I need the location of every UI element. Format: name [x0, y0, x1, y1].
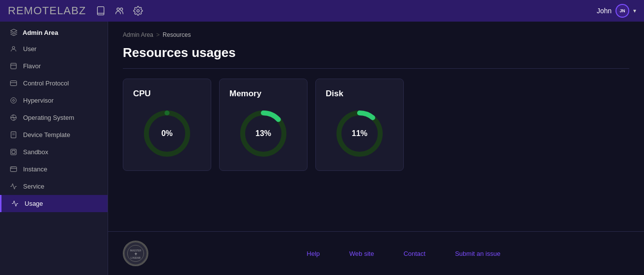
footer-link-contact[interactable]: Contact — [403, 250, 425, 257]
svg-text:⚜: ⚜ — [134, 251, 138, 256]
breadcrumb-separator: > — [156, 31, 160, 38]
footer-logo: INVESTER ⚜ L'AVENIR — [123, 241, 148, 266]
memory-label: Memory — [229, 89, 261, 99]
hypervisor-icon — [10, 97, 17, 104]
user-menu[interactable]: John JN ▾ — [597, 4, 636, 18]
sidebar-item-device-template[interactable]: Device Template — [0, 126, 108, 143]
os-icon — [10, 114, 17, 121]
brand-suffix: LABZ — [57, 4, 86, 17]
svg-rect-8 — [11, 63, 16, 69]
memory-value: 13% — [255, 129, 271, 138]
flavor-icon — [10, 62, 17, 70]
sidebar-item-operating-system[interactable]: Operating System — [0, 109, 108, 126]
footer: INVESTER ⚜ L'AVENIR Help Web site Contac… — [108, 231, 644, 275]
content-area: Admin Area > Resources Resources usages … — [108, 22, 644, 275]
footer-link-help[interactable]: Help — [307, 250, 320, 257]
svg-point-4 — [137, 10, 140, 12]
cpu-value: 0% — [161, 129, 172, 138]
brand-name: REMOTE — [8, 4, 57, 17]
breadcrumb-current: Resources — [163, 31, 191, 38]
breadcrumb: Admin Area > Resources — [123, 31, 629, 38]
footer-links: Help Web site Contact Submit an issue — [178, 250, 629, 257]
sidebar-item-hypervisor[interactable]: Hypervisor — [0, 92, 108, 109]
sidebar-item-control-protocol[interactable]: Control Protocol — [0, 75, 108, 92]
settings-icon[interactable] — [133, 6, 143, 16]
sidebar-item-service[interactable]: Service — [0, 178, 108, 195]
svg-rect-19 — [11, 149, 16, 155]
disk-label: Disk — [326, 89, 343, 99]
footer-link-submit-issue[interactable]: Submit an issue — [455, 250, 501, 257]
control-protocol-icon — [10, 80, 17, 87]
svg-point-3 — [120, 8, 123, 10]
svg-point-2 — [117, 8, 119, 10]
svg-point-13 — [13, 100, 15, 102]
footer-link-website[interactable]: Web site — [349, 250, 374, 257]
svg-text:L'AVENIR: L'AVENIR — [131, 257, 141, 259]
svg-rect-10 — [10, 81, 17, 86]
svg-point-12 — [11, 98, 16, 103]
breadcrumb-parent: Admin Area — [123, 31, 153, 38]
sidebar-item-flavor[interactable]: Flavor — [0, 57, 108, 75]
svg-point-7 — [12, 47, 15, 49]
sidebar-item-instance[interactable]: Instance — [0, 161, 108, 178]
svg-rect-0 — [97, 7, 104, 15]
cpu-donut: 0% — [140, 107, 194, 161]
users-icon[interactable] — [114, 6, 124, 16]
disk-card: Disk 11% — [315, 79, 404, 171]
admin-icon — [10, 28, 18, 36]
service-icon — [10, 183, 17, 190]
user-name: John — [597, 7, 612, 15]
tablet-icon[interactable] — [96, 6, 106, 16]
svg-rect-20 — [12, 150, 15, 153]
navbar-icons — [96, 6, 143, 16]
cpu-label: CPU — [133, 89, 151, 99]
disk-donut: 11% — [333, 107, 387, 161]
sidebar-item-user[interactable]: User — [0, 40, 108, 57]
svg-rect-21 — [10, 167, 17, 172]
chevron-down-icon: ▾ — [633, 7, 636, 14]
memory-card: Memory 13% — [219, 79, 308, 171]
resource-cards: CPU 0% Memory — [123, 79, 629, 171]
svg-text:JN: JN — [620, 8, 625, 13]
device-template-icon — [10, 131, 17, 138]
page-title: Resources usages — [123, 45, 629, 69]
sandbox-icon — [10, 148, 17, 156]
disk-value: 11% — [352, 129, 367, 138]
sidebar: Admin Area User Flavor Control Protocol … — [0, 22, 108, 275]
avatar: JN — [616, 4, 629, 18]
memory-donut: 13% — [236, 107, 290, 161]
brand-logo: REMOTELABZ — [8, 4, 86, 17]
cpu-card: CPU 0% — [123, 79, 211, 171]
sidebar-item-usage[interactable]: Usage — [0, 195, 108, 212]
instance-icon — [10, 165, 17, 173]
usage-icon — [11, 200, 19, 207]
user-icon — [10, 45, 17, 53]
navbar: REMOTELABZ John JN ▾ — [0, 0, 644, 22]
sidebar-section-title: Admin Area — [0, 22, 108, 40]
sidebar-item-sandbox[interactable]: Sandbox — [0, 143, 108, 161]
main-layout: Admin Area User Flavor Control Protocol … — [0, 22, 644, 275]
svg-point-23 — [11, 167, 12, 167]
